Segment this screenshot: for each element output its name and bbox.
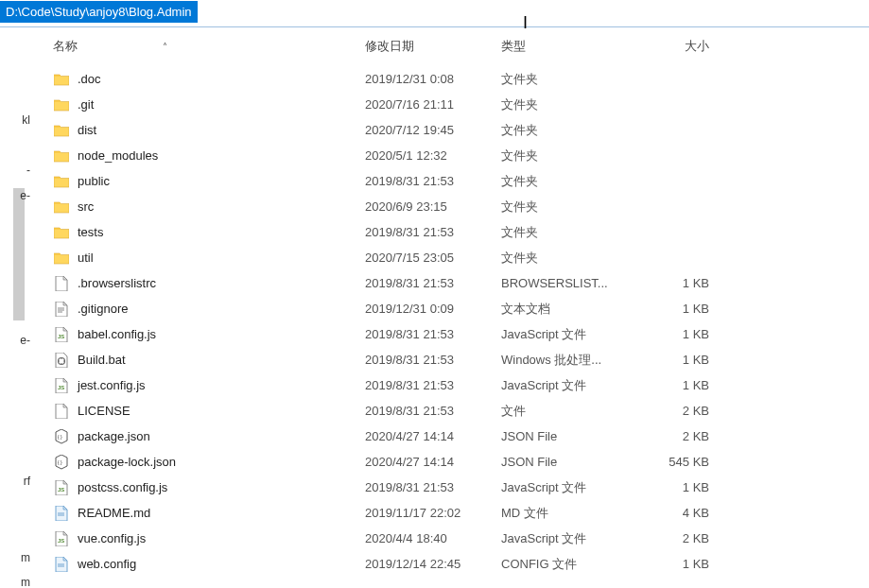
file-date-cell: 2019/8/31 21:53: [365, 276, 501, 290]
file-date-cell: 2019/8/31 21:53: [365, 404, 501, 418]
file-name-label: .gitignore: [78, 302, 128, 316]
file-name-label: Build.bat: [78, 353, 126, 367]
file-name-cell: web.config: [53, 556, 365, 573]
tree-text-fragment: m: [21, 551, 30, 564]
tree-text-fragment: e-: [20, 334, 30, 347]
file-date-cell: 2020/6/9 23:15: [365, 199, 501, 214]
file-date-cell: 2019/12/31 0:09: [365, 302, 501, 316]
md-icon: [53, 505, 70, 522]
sort-ascending-icon: ˄: [163, 42, 167, 52]
file-type-cell: Windows 批处理...: [501, 352, 643, 369]
file-date-cell: 2019/8/31 21:53: [365, 327, 501, 341]
folder-icon: [53, 224, 70, 241]
file-type-cell: MD 文件: [501, 505, 643, 522]
file-row[interactable]: JSjest.config.js2019/8/31 21:53JavaScrip…: [53, 372, 869, 398]
file-row[interactable]: Build.bat2019/8/31 21:53Windows 批处理...1 …: [53, 347, 869, 372]
file-size-cell: 2 KB: [643, 429, 738, 443]
file-name-cell: Build.bat: [53, 352, 365, 369]
js-icon: JS: [53, 530, 70, 547]
file-name-cell: .gitignore: [53, 301, 365, 318]
column-name-label: 名称: [53, 38, 78, 55]
left-scrollbar[interactable]: [13, 188, 25, 320]
file-date-cell: 2019/12/14 22:45: [365, 557, 501, 571]
file-row[interactable]: dist2020/7/12 19:45文件夹: [53, 117, 869, 143]
file-name-cell: JSpostcss.config.js: [53, 479, 365, 496]
file-row[interactable]: { }package-lock.json2020/4/27 14:14JSON …: [53, 449, 869, 475]
column-headers: 名称 ˄ 修改日期 类型 大小: [32, 28, 869, 66]
file-row[interactable]: .gitignore2019/12/31 0:09文本文档1 KB: [53, 296, 869, 321]
file-row[interactable]: web.config2019/12/14 22:45CONFIG 文件1 KB: [53, 551, 869, 577]
js-icon: JS: [53, 479, 70, 496]
file-name-label: util: [78, 251, 94, 265]
svg-text:JS: JS: [58, 487, 64, 493]
folder-icon: [53, 71, 70, 88]
folder-icon: [53, 250, 70, 267]
file-name-cell: LICENSE: [53, 403, 365, 420]
file-row[interactable]: LICENSE2019/8/31 21:53文件2 KB: [53, 398, 869, 424]
file-row[interactable]: .doc2019/12/31 0:08文件夹: [53, 66, 869, 92]
file-date-cell: 2020/5/1 12:32: [365, 148, 501, 163]
folder-icon: [53, 122, 70, 139]
file-name-cell: public: [53, 173, 365, 190]
file-size-cell: 545 KB: [643, 455, 738, 469]
svg-text:JS: JS: [58, 334, 64, 339]
column-date-header[interactable]: 修改日期: [365, 38, 501, 55]
file-size-cell: 1 KB: [643, 557, 738, 571]
column-name-header[interactable]: 名称 ˄: [53, 38, 365, 55]
file-name-label: public: [78, 174, 110, 188]
file-name-cell: README.md: [53, 505, 365, 522]
file-list-panel: 名称 ˄ 修改日期 类型 大小 .doc2019/12/31 0:08文件夹.g…: [32, 28, 869, 588]
file-date-cell: 2019/11/17 22:02: [365, 506, 501, 520]
file-size-cell: 2 KB: [643, 404, 738, 418]
file-date-cell: 2020/7/15 23:05: [365, 251, 501, 265]
file-row[interactable]: util2020/7/15 23:05文件夹: [53, 245, 869, 270]
column-size-header[interactable]: 大小: [643, 38, 738, 55]
file-name-label: tests: [78, 225, 103, 239]
file-name-cell: .git: [53, 96, 365, 113]
file-row[interactable]: tests2019/8/31 21:53文件夹: [53, 219, 869, 245]
json-icon: { }: [53, 428, 70, 445]
svg-text:JS: JS: [58, 385, 64, 390]
file-name-label: README.md: [78, 506, 150, 520]
address-path[interactable]: D:\Code\Study\anjoy8\Blog.Admin: [0, 1, 198, 23]
file-name-label: package.json: [78, 429, 150, 443]
file-type-cell: 文件: [501, 403, 643, 420]
file-size-cell: 1 KB: [643, 353, 738, 367]
file-name-label: dist: [78, 123, 96, 137]
file-icon: [53, 403, 70, 420]
column-type-header[interactable]: 类型: [501, 38, 643, 55]
address-bar-row: D:\Code\Study\anjoy8\Blog.Admin: [0, 0, 869, 27]
file-row[interactable]: JSpostcss.config.js2019/8/31 21:53JavaSc…: [53, 475, 869, 500]
file-name-label: web.config: [78, 557, 136, 571]
svg-text:JS: JS: [58, 538, 64, 544]
file-name-cell: dist: [53, 122, 365, 139]
file-type-cell: JavaScript 文件: [501, 326, 643, 343]
file-row[interactable]: JSvue.config.js2020/4/4 18:40JavaScript …: [53, 526, 869, 551]
text-icon: [53, 301, 70, 318]
file-date-cell: 2020/7/12 19:45: [365, 123, 501, 137]
file-name-label: src: [78, 199, 94, 214]
file-icon: [53, 275, 70, 292]
file-row[interactable]: src2020/6/9 23:15文件夹: [53, 194, 869, 219]
file-row[interactable]: JSbabel.config.js2019/8/31 21:53JavaScri…: [53, 321, 869, 347]
file-row[interactable]: README.md2019/11/17 22:02MD 文件4 KB: [53, 500, 869, 526]
file-date-cell: 2020/4/27 14:14: [365, 455, 501, 469]
file-name-cell: JSbabel.config.js: [53, 326, 365, 343]
tree-text-fragment: rf: [24, 475, 30, 488]
file-row[interactable]: { }package.json2020/4/27 14:14JSON File2…: [53, 424, 869, 449]
file-row[interactable]: .browserslistrc2019/8/31 21:53BROWSERSLI…: [53, 270, 869, 296]
file-name-label: .doc: [78, 72, 101, 86]
file-row[interactable]: node_modules2020/5/1 12:32文件夹: [53, 143, 869, 168]
text-cursor-icon: I: [523, 13, 524, 28]
file-row[interactable]: public2019/8/31 21:53文件夹: [53, 168, 869, 194]
file-name-cell: node_modules: [53, 147, 365, 164]
file-type-cell: JavaScript 文件: [501, 530, 643, 547]
file-type-cell: 文本文档: [501, 301, 643, 318]
folder-icon: [53, 199, 70, 216]
file-row[interactable]: .git2020/7/16 21:11文件夹: [53, 92, 869, 117]
file-type-cell: 文件夹: [501, 147, 643, 164]
file-date-cell: 2020/4/4 18:40: [365, 531, 501, 545]
file-type-cell: 文件夹: [501, 173, 643, 190]
file-name-label: .browserslistrc: [78, 276, 156, 290]
file-name-cell: util: [53, 250, 365, 267]
